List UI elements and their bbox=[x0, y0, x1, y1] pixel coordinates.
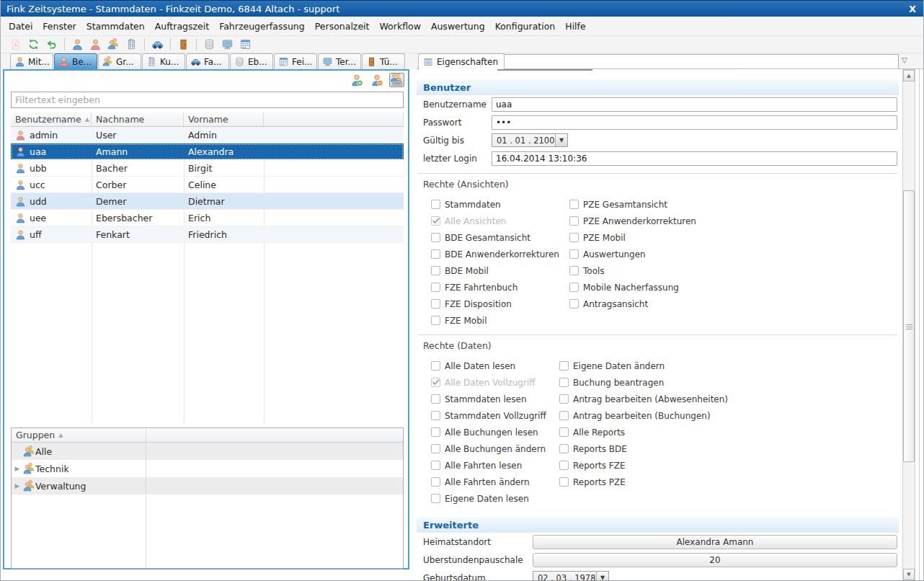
calendar-toolbar-button[interactable] bbox=[238, 37, 253, 51]
table-row-admin[interactable]: adminUserAdmin bbox=[11, 127, 404, 143]
passwort-input[interactable]: ••• bbox=[492, 115, 897, 130]
tab-mit[interactable]: Mit... bbox=[10, 53, 53, 69]
checkbox-stammdaten[interactable]: Stammdaten bbox=[431, 196, 569, 213]
checkbox-bde-mobil[interactable]: BDE Mobil bbox=[431, 262, 569, 279]
checkbox-unchecked-icon[interactable] bbox=[569, 266, 579, 275]
column-header-nachname[interactable]: Nachname bbox=[92, 112, 184, 126]
checkbox-unchecked-icon[interactable] bbox=[431, 249, 440, 259]
checkbox-alle-buchungen-ändern[interactable]: Alle Buchungen ändern bbox=[431, 440, 559, 457]
menu-item-personalzeit[interactable]: Personalzeit bbox=[310, 19, 375, 34]
checkbox-unchecked-icon[interactable] bbox=[569, 233, 579, 242]
checkbox-unchecked-icon[interactable] bbox=[431, 283, 440, 292]
checkbox-unchecked-icon[interactable] bbox=[431, 427, 440, 437]
checkbox-unchecked-icon[interactable] bbox=[569, 216, 579, 226]
checkbox-unchecked-icon[interactable] bbox=[431, 444, 440, 453]
checkbox-pze-anwenderkorrekturen[interactable]: PZE Anwenderkorrekturen bbox=[569, 213, 696, 229]
table-row-uff[interactable]: uffFenkartFriedrich bbox=[11, 226, 404, 243]
undo-toolbar-button[interactable] bbox=[44, 37, 59, 51]
checkbox-unchecked-icon[interactable] bbox=[431, 494, 440, 503]
checkbox-unchecked-icon[interactable] bbox=[559, 394, 569, 404]
close-button[interactable]: X bbox=[902, 4, 923, 14]
group-row-verwaltung[interactable]: ▶Verwaltung bbox=[12, 477, 403, 494]
checkbox-unchecked-icon[interactable] bbox=[559, 427, 569, 437]
checkbox-pze-mobil[interactable]: PZE Mobil bbox=[569, 229, 696, 246]
checkbox-auswertungen[interactable]: Auswertungen bbox=[569, 246, 696, 262]
menu-item-hilfe[interactable]: Hilfe bbox=[560, 19, 590, 34]
menu-item-datei[interactable]: Datei bbox=[4, 19, 37, 34]
checkbox-unchecked-icon[interactable] bbox=[559, 477, 569, 487]
checkbox-fze-mobil[interactable]: FZE Mobil bbox=[431, 312, 569, 329]
door-toolbar-button[interactable] bbox=[176, 37, 191, 51]
tab-tü[interactable]: Tü... bbox=[362, 53, 405, 69]
scroll-up-icon[interactable]: ▲ bbox=[903, 70, 915, 81]
building-toolbar-button[interactable] bbox=[124, 37, 139, 51]
checkbox-unchecked-icon[interactable] bbox=[431, 233, 440, 242]
tab-fa[interactable]: Fa... bbox=[186, 53, 229, 69]
table-row-ubb[interactable]: ubbBacherBirgit bbox=[11, 160, 404, 177]
checkbox-unchecked-icon[interactable] bbox=[431, 299, 440, 309]
checkbox-unchecked-icon[interactable] bbox=[431, 411, 440, 420]
tab-ku[interactable]: Ku... bbox=[142, 53, 185, 69]
table-row-uee[interactable]: ueeEbersbacherErich bbox=[11, 210, 404, 226]
groups-header[interactable]: Gruppen ▲ bbox=[12, 428, 403, 443]
checkbox-mobile-nacherfassung[interactable]: Mobile Nacherfassung bbox=[569, 279, 696, 296]
menu-item-fahrzeugerfassung[interactable]: Fahrzeugerfassung bbox=[214, 19, 310, 34]
user-blue-toolbar-button[interactable] bbox=[70, 37, 85, 51]
checkbox-bde-anwenderkorrekturen[interactable]: BDE Anwenderkorrekturen bbox=[431, 246, 569, 262]
checkbox-unchecked-icon[interactable] bbox=[431, 316, 440, 325]
scrollbar[interactable]: ▲ ▼ bbox=[902, 69, 915, 581]
checkbox-bde-gesamtansicht[interactable]: BDE Gesamtansicht bbox=[431, 229, 569, 246]
scroll-down-icon[interactable]: ▼ bbox=[903, 569, 915, 580]
checkbox-unchecked-icon[interactable] bbox=[431, 394, 440, 404]
column-header-empty[interactable] bbox=[264, 112, 404, 126]
chevron-down-icon[interactable]: ▼ bbox=[555, 134, 567, 146]
tab-gr[interactable]: Gr... bbox=[98, 53, 141, 69]
geburtsdatum-date-picker[interactable]: 02 . 03 . 1978▼ bbox=[533, 571, 609, 581]
checkbox-stammdaten-lesen[interactable]: Stammdaten lesen bbox=[431, 391, 559, 407]
table-row-ucc[interactable]: uccCorberCeline bbox=[11, 177, 404, 193]
gültig-bis-date-picker[interactable]: 01 . 01 . 2100▼ bbox=[492, 133, 568, 147]
checkbox-reports-fze[interactable]: Reports FZE bbox=[559, 457, 728, 474]
überstundenpauschale-button[interactable]: 20 bbox=[533, 553, 897, 567]
tab-eb[interactable]: Eb... bbox=[230, 53, 273, 69]
checkbox-unchecked-icon[interactable] bbox=[559, 378, 569, 387]
group-row-alle[interactable]: Alle bbox=[12, 443, 403, 460]
tab-be[interactable]: Be... bbox=[54, 53, 97, 69]
scrollbar-thumb[interactable] bbox=[903, 190, 915, 462]
chevron-down-icon[interactable]: ▼ bbox=[596, 572, 608, 581]
column-header-benutzername[interactable]: Benutzername▲ bbox=[11, 112, 92, 126]
checkbox-pze-gesamtansicht[interactable]: PZE Gesamtansicht bbox=[569, 196, 696, 213]
checkbox-alle-fahrten-lesen[interactable]: Alle Fahrten lesen bbox=[431, 457, 559, 474]
checkbox-alle-daten-lesen[interactable]: Alle Daten lesen bbox=[431, 358, 559, 374]
benutzername-input[interactable]: uaa bbox=[492, 97, 897, 112]
checkbox-unchecked-icon[interactable] bbox=[569, 200, 579, 209]
checkbox-fze-fahrtenbuch[interactable]: FZE Fahrtenbuch bbox=[431, 279, 569, 296]
user-red-toolbar-button[interactable] bbox=[88, 37, 103, 51]
terminal-toolbar-button[interactable] bbox=[220, 37, 235, 51]
checkbox-buchung-beantragen[interactable]: Buchung beantragen bbox=[559, 374, 728, 391]
user-remove-button[interactable] bbox=[369, 73, 384, 87]
checkbox-unchecked-icon[interactable] bbox=[431, 266, 440, 275]
checkbox-unchecked-icon[interactable] bbox=[431, 361, 440, 371]
tab-fei[interactable]: Fei... bbox=[274, 53, 317, 69]
checkbox-antrag-bearbeiten-buchungen[interactable]: Antrag bearbeiten (Buchungen) bbox=[559, 407, 728, 424]
checkbox-alle-buchungen-lesen[interactable]: Alle Buchungen lesen bbox=[431, 424, 559, 440]
checkbox-unchecked-icon[interactable] bbox=[559, 411, 569, 420]
user-add-button[interactable] bbox=[349, 73, 364, 87]
tab-list-dropdown-icon[interactable]: ▽ bbox=[902, 56, 907, 64]
checkbox-eigene-daten-ändern[interactable]: Eigene Daten ändern bbox=[559, 358, 728, 374]
checkbox-eigene-daten-lesen[interactable]: Eigene Daten lesen bbox=[431, 490, 559, 507]
menu-item-fenster[interactable]: Fenster bbox=[37, 19, 81, 34]
checkbox-antrag-bearbeiten-abwesenheiten[interactable]: Antrag bearbeiten (Abwesenheiten) bbox=[559, 391, 728, 407]
menu-item-auftragszeit[interactable]: Auftragszeit bbox=[150, 19, 214, 34]
tab-ter[interactable]: Ter... bbox=[318, 53, 361, 69]
checkbox-unchecked-icon[interactable] bbox=[569, 249, 579, 259]
group-row-technik[interactable]: ▶Technik bbox=[12, 460, 403, 477]
checkbox-unchecked-icon[interactable] bbox=[431, 477, 440, 487]
checkbox-unchecked-icon[interactable] bbox=[431, 461, 440, 470]
checkbox-alle-reports[interactable]: Alle Reports bbox=[559, 424, 728, 440]
table-row-uaa[interactable]: uaaAmannAlexandra bbox=[11, 143, 404, 160]
heimatstandort-button[interactable]: Alexandra Amann bbox=[533, 535, 897, 549]
checkbox-unchecked-icon[interactable] bbox=[569, 299, 579, 309]
expand-icon[interactable]: ▶ bbox=[12, 465, 23, 472]
